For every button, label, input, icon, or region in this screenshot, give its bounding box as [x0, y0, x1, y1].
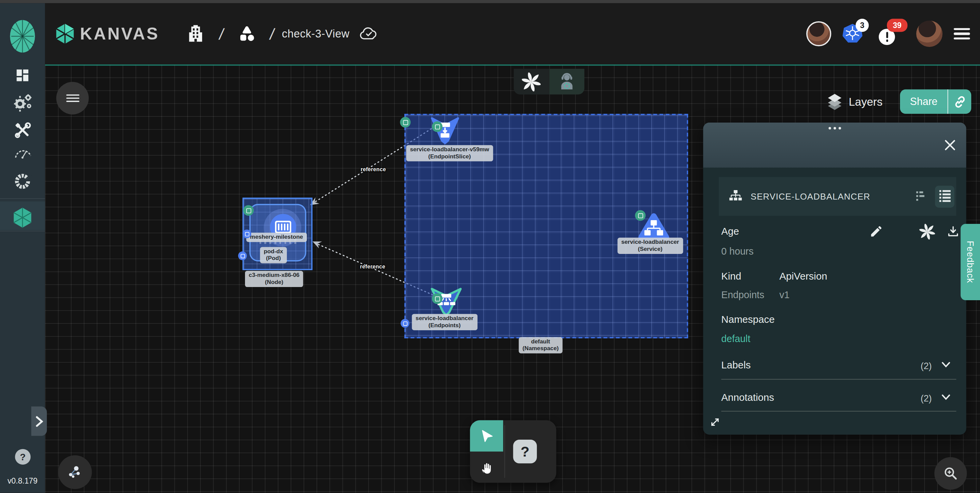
dashboard-icon [15, 67, 30, 83]
cursor-icon [479, 429, 494, 444]
status-badge[interactable] [432, 121, 442, 132]
status-badge[interactable] [401, 319, 409, 328]
sidebar-item-toolbox[interactable] [13, 121, 32, 139]
edge-label-reference[interactable]: reference [361, 166, 386, 173]
close-panel-button[interactable] [943, 137, 958, 152]
age-value: 0 hours [721, 246, 754, 257]
outline-view-icon [915, 190, 926, 203]
feedback-label: Feedback [965, 241, 975, 283]
feedback-tab[interactable]: Feedback [961, 224, 980, 300]
pan-tool-button[interactable] [470, 452, 503, 483]
edit-button[interactable] [869, 225, 883, 238]
workspace-icon[interactable] [237, 24, 256, 43]
app-wordmark: KANVAS [80, 24, 159, 43]
window-top-strip [0, 0, 980, 3]
relationship-view-button[interactable] [58, 455, 92, 489]
app-version: v0.8.179 [0, 477, 45, 485]
status-badge[interactable] [635, 210, 646, 220]
breadcrumb-view-name[interactable]: check-3-View [282, 27, 350, 40]
container-label[interactable]: meshery-milestone [247, 233, 307, 242]
meshery-actions-button[interactable] [919, 224, 935, 239]
list-view-toggle[interactable] [935, 185, 955, 207]
notification-count-badge: 39 [887, 19, 907, 32]
gauge-icon [13, 146, 32, 160]
help-button[interactable]: ? [15, 449, 30, 464]
breadcrumb-separator: / [218, 25, 225, 43]
chevron-down-icon [941, 361, 951, 368]
panel-expand-button[interactable] [710, 416, 721, 428]
zoom-in-button[interactable] [934, 457, 967, 490]
service-loadbalancer-icon [728, 190, 743, 203]
apiversion-label: ApiVersion [779, 271, 827, 282]
kubernetes-context-switcher[interactable]: 3 [843, 21, 868, 46]
pencil-icon [869, 225, 883, 238]
divider [721, 411, 956, 412]
sidebar-item-lifecycle[interactable] [11, 91, 34, 114]
top-header: KANVAS / / check-3-View [45, 3, 980, 64]
namespace-label[interactable]: default (Namespace) [519, 337, 562, 353]
status-badge[interactable] [243, 205, 253, 215]
canvas-help-button[interactable]: ? [513, 440, 537, 463]
edge-label-reference[interactable]: reference [360, 263, 385, 270]
labels-section-label: Labels [721, 360, 751, 371]
sidebar: ? v0.8.179 [0, 3, 45, 493]
sidebar-item-adapters[interactable] [12, 171, 33, 192]
k8s-node-label[interactable]: c3-medium-x86-06 (Node) [245, 271, 303, 287]
tools-icon [13, 121, 32, 139]
kanvas-logo-icon [56, 23, 75, 45]
sidebar-item-kanvas[interactable] [13, 207, 32, 228]
list-view-icon [939, 190, 951, 203]
avatar[interactable] [806, 21, 831, 46]
notifications-button[interactable]: 39 [879, 20, 905, 47]
outline-view-toggle[interactable] [915, 190, 926, 203]
pod-label[interactable]: pod-dx (Pod) [260, 247, 287, 263]
download-icon [946, 225, 960, 238]
sidebar-divider [0, 231, 45, 231]
kanvas-oval-logo-icon [8, 18, 37, 54]
labels-count: (2) [921, 361, 932, 371]
kubernetes-count-badge: 3 [856, 19, 869, 32]
help-glyph: ? [521, 443, 530, 460]
panel-title: SERVICE-LOADBALANCER [751, 191, 915, 202]
panel-header[interactable] [703, 123, 967, 168]
meshery-swirl-icon [919, 224, 935, 239]
kanvas-app: ? v0.8.179 KANVAS / [0, 0, 980, 493]
gears-icon [11, 91, 34, 114]
organization-icon[interactable] [187, 24, 205, 43]
breadcrumb-separator: / [268, 25, 276, 43]
header-menu-button[interactable] [954, 26, 970, 42]
magnifier-plus-icon [943, 465, 959, 482]
service-label[interactable]: service-loadbalancer (Service) [617, 238, 683, 254]
sidebar-item-performance[interactable] [13, 146, 32, 160]
divider [504, 425, 505, 478]
help-glyph: ? [20, 452, 25, 462]
annotations-section-label: Annotations [721, 392, 774, 403]
header-actions: 3 39 [806, 20, 970, 47]
status-badge[interactable] [432, 294, 442, 304]
labels-expand-button[interactable] [941, 361, 951, 368]
annotations-count: (2) [921, 393, 932, 404]
select-tool-button[interactable] [470, 420, 503, 452]
kind-value: Endpoints [721, 289, 764, 300]
cursor-tool-panel: ? [470, 420, 557, 483]
status-badge[interactable] [243, 230, 251, 238]
sidebar-expand-button[interactable] [31, 407, 47, 436]
cloud-saved-icon [359, 26, 379, 42]
drag-handle-icon[interactable] [828, 127, 841, 130]
user-avatar[interactable] [916, 21, 943, 47]
status-badge[interactable] [400, 117, 410, 127]
namespace-label: Namespace [721, 314, 775, 325]
kanvas-round-logo[interactable] [8, 18, 37, 54]
status-badge[interactable] [238, 252, 247, 260]
endpoints-label[interactable]: service-loadbalancer (Endpoints) [412, 314, 477, 330]
expand-diagonal-icon [710, 416, 721, 428]
sidebar-item-dashboard[interactable] [15, 67, 30, 83]
panel-title-row: SERVICE-LOADBALANCER [719, 177, 956, 216]
chevron-right-icon [35, 416, 43, 427]
endpointslice-label[interactable]: service-loadbalancer-v59mw (EndpointSlic… [406, 145, 493, 161]
kanvas-hexagon-icon [13, 207, 32, 228]
divider [721, 379, 956, 380]
annotations-expand-button[interactable] [941, 394, 951, 401]
namespace-value-link[interactable]: default [721, 333, 750, 345]
download-button[interactable] [946, 225, 960, 238]
